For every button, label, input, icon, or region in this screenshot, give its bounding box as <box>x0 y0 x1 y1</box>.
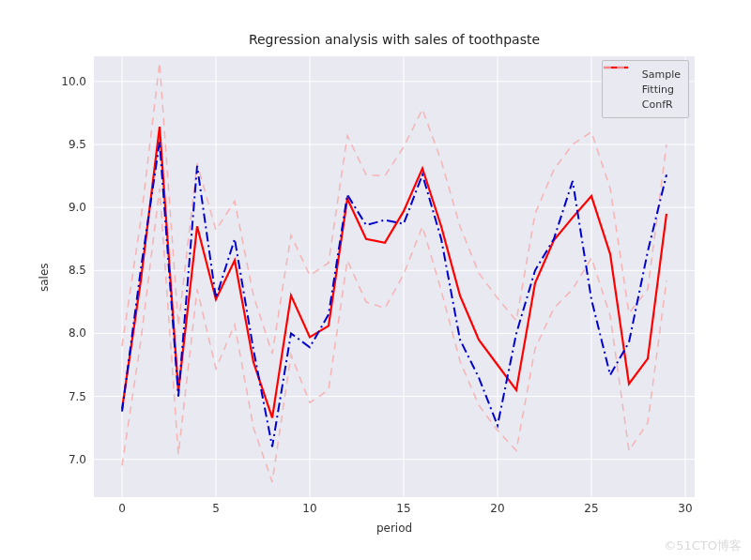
svg-text:15: 15 <box>396 502 410 515</box>
svg-text:7.0: 7.0 <box>69 453 86 466</box>
svg-text:8.0: 8.0 <box>69 326 86 340</box>
svg-text:20: 20 <box>490 502 504 515</box>
legend-item-fitting: Fitting <box>610 82 681 97</box>
figure: { "chart_data": { "type": "line", "title… <box>0 0 751 560</box>
svg-text:9.5: 9.5 <box>69 138 86 151</box>
grid-lines <box>94 56 695 497</box>
svg-text:7.5: 7.5 <box>69 390 86 403</box>
series-fitting <box>122 127 667 417</box>
legend-item-confr: ConfR <box>610 97 681 112</box>
svg-text:30: 30 <box>678 502 692 515</box>
legend-swatch-icon <box>610 98 636 111</box>
svg-text:5: 5 <box>212 502 220 515</box>
legend-label: Sample <box>642 68 681 81</box>
svg-text:9.0: 9.0 <box>69 201 86 214</box>
x-ticks: 051015202530 <box>118 502 692 515</box>
svg-text:8.5: 8.5 <box>69 264 86 277</box>
watermark: ©51CTO博客 <box>664 537 742 554</box>
svg-text:0: 0 <box>118 502 126 515</box>
legend-label: ConfR <box>642 98 673 111</box>
series-group <box>122 63 667 482</box>
y-ticks: 7.07.58.08.59.09.510.0 <box>61 75 86 466</box>
series-confr_lower <box>122 189 667 482</box>
svg-text:10.0: 10.0 <box>61 75 86 88</box>
legend-label: Fitting <box>642 83 674 96</box>
legend-swatch-icon <box>610 83 636 96</box>
svg-text:10: 10 <box>302 502 316 515</box>
svg-text:25: 25 <box>584 502 598 515</box>
legend: SampleFittingConfR <box>602 60 689 118</box>
